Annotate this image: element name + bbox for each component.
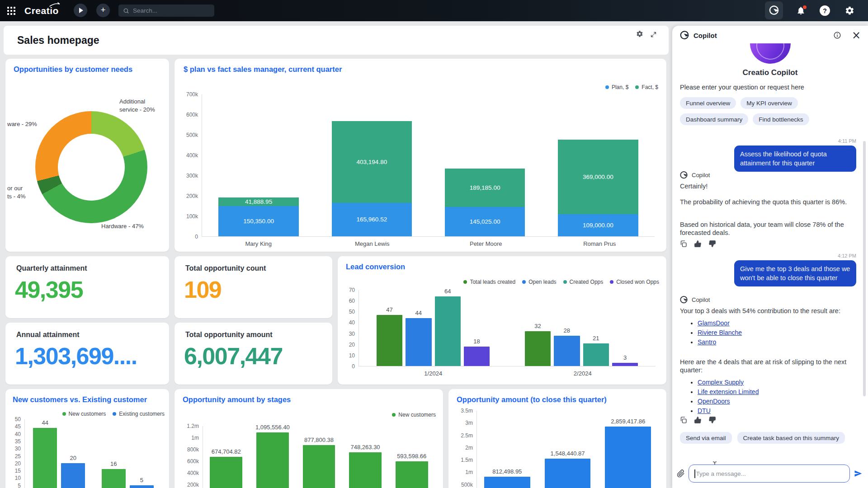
chart-title-opportunities-by-needs[interactable]: Opportunities by customer needs	[14, 65, 132, 74]
search-icon	[123, 8, 129, 14]
list-item: GlamsDoor	[698, 319, 859, 328]
deal-link-opendoors[interactable]: OpenDoors	[698, 398, 730, 405]
create-task-button[interactable]: Create task based on this summary	[737, 432, 845, 444]
deal-link-glamsdoor[interactable]: GlamsDoor	[698, 319, 730, 327]
copy-icon[interactable]	[679, 240, 687, 248]
opportunity-to-close-card: Opportunity amount (to close this quarte…	[448, 389, 666, 488]
copilot-panel-header: Copilot ×	[672, 26, 868, 45]
bot-paragraph: The probability of achieving the quota t…	[680, 198, 857, 206]
thumbs-up-icon[interactable]	[694, 416, 702, 424]
kpi-card-total-opportunity-count: Total opportunity count 109	[175, 256, 332, 318]
kpi-card-total-opportunity-amount: Total opportunity amount 6,007,447	[175, 323, 332, 385]
donut-chart[interactable]	[35, 111, 147, 223]
chart-title-opportunity-to-close[interactable]: Opportunity amount (to close this quarte…	[457, 395, 607, 404]
risk-deals-list: Complex Supply Life extension Limited Op…	[691, 378, 859, 416]
donut-label-additional-service: Additional service - 20%	[119, 98, 169, 113]
message-actions	[679, 416, 716, 424]
suggestion-chip-dashboard-summary[interactable]: Dashboard summary	[680, 113, 748, 125]
dashboard-settings-icon[interactable]	[636, 30, 643, 39]
new-vs-existing-card: New customers vs. Existing customer New …	[5, 389, 169, 488]
y-axis: 200k400k600k800k1m1.2m	[182, 426, 203, 488]
help-button[interactable]: ?	[820, 5, 830, 16]
app-grid-icon[interactable]	[7, 7, 15, 15]
plan-fact-chart[interactable]: 0100k200k300k400k500k600k700k 41,888.951…	[183, 94, 656, 250]
deal-link-dtu[interactable]: DTU	[698, 407, 711, 414]
copilot-intro-subtitle: Please enter your question or request he…	[680, 84, 804, 91]
dashboard-expand-icon[interactable]	[650, 31, 657, 40]
y-axis: 010203040506070	[345, 290, 359, 366]
text-caret	[694, 469, 695, 478]
info-icon[interactable]	[833, 31, 841, 39]
new-vs-existing-legend: New customersExisting customers	[62, 411, 165, 417]
opportunity-stages-chart[interactable]: 200k400k600k800k1m1.2m 674,704.821,095,5…	[182, 426, 436, 488]
bot-paragraph: Based on historical data, your team will…	[680, 221, 857, 237]
donut-chart-card: Opportunities by customer needs Addition…	[5, 59, 169, 252]
deal-link-santro[interactable]: Santro	[698, 338, 716, 346]
kpi-label: Quarterly attainment	[16, 264, 87, 272]
top-bar: Creatio + Search... ?	[0, 0, 868, 21]
top-deals-list: GlamsDoor Riviere Blanche Santro	[691, 319, 859, 347]
process-play-button[interactable]	[74, 4, 87, 17]
list-item: OpenDoors	[698, 397, 859, 406]
settings-button[interactable]	[845, 0, 854, 21]
copilot-panel: Copilot × Creatio Copilot Please enter y…	[672, 26, 868, 488]
bot-paragraph: Your top 3 deals with 54% contribution t…	[680, 307, 857, 315]
suggestion-chip-kpi-overview[interactable]: My KPI overview	[741, 97, 798, 109]
send-button[interactable]	[854, 469, 863, 478]
bot-label: Copilot	[692, 296, 710, 303]
copilot-intro-title: Creatio Copilot	[672, 68, 868, 77]
bot-paragraph: Here are the 4 deals that are at risk of…	[680, 358, 857, 374]
plot-area: 474464183228213	[359, 290, 656, 366]
send-via-email-button[interactable]: Send via email	[680, 432, 732, 444]
logo-swoosh-icon	[49, 2, 61, 8]
user-message-bubble: Assess the likelihood of quota attainmen…	[734, 145, 856, 172]
panel-scrollbar[interactable]	[863, 141, 866, 396]
list-item: Complex Supply	[698, 378, 859, 387]
page-title: Sales homepage	[17, 34, 99, 47]
bot-label: Copilot	[692, 172, 710, 178]
opportunity-to-close-chart[interactable]: 500k1m1.5m2m2.5m3m3.5m 812,498.951,548,4…	[456, 411, 659, 488]
deal-link-riviere-blanche[interactable]: Riviere Blanche	[698, 329, 742, 336]
donut-label-software: ware - 29%	[7, 120, 37, 128]
chart-title-opportunity-by-stages[interactable]: Opportunity amount by stages	[183, 395, 291, 404]
suggestion-chip-find-bottlenecks[interactable]: Find bottlenecks	[753, 113, 809, 125]
kpi-card-quarterly-attainment: Quarterly attainment 49,395	[5, 256, 169, 318]
deal-link-life-extension[interactable]: Life extension Limited	[698, 388, 759, 395]
copilot-toggle-button[interactable]	[765, 1, 783, 19]
plan-vs-fact-card: $ plan vs fact sales manager, current qu…	[175, 59, 666, 252]
kpi-value: 109	[184, 276, 221, 303]
deal-link-complex-supply[interactable]: Complex Supply	[698, 379, 744, 386]
thumbs-down-icon[interactable]	[708, 416, 716, 424]
list-item: Santro	[698, 338, 859, 347]
chart-title-plan-vs-fact[interactable]: $ plan vs fact sales manager, current qu…	[184, 65, 342, 74]
opportunity-by-stages-card: Opportunity amount by stages New custome…	[175, 389, 443, 488]
add-new-button[interactable]: +	[96, 4, 110, 17]
chart-title-new-vs-existing[interactable]: New customers vs. Existing customer	[13, 395, 147, 404]
message-input[interactable]: Type a message...	[689, 465, 850, 483]
y-axis: 5101520253035404550	[11, 419, 24, 488]
message-timestamp: 4:12 PM	[838, 253, 856, 258]
plan-fact-legend: Plan, $Fact, $	[605, 84, 658, 90]
new-vs-existing-chart[interactable]: 5101520253035404550 4420165	[11, 419, 163, 488]
global-search-input[interactable]: Search...	[118, 5, 214, 17]
kpi-value: 1,303,699....	[15, 343, 137, 370]
kpi-label: Total opportunity count	[185, 264, 266, 272]
gear-icon	[845, 6, 854, 15]
plot-area: 4420165	[24, 419, 162, 488]
search-placeholder: Search...	[133, 7, 157, 14]
user-message-bubble: Give me the top 3 deals and those we won…	[734, 260, 856, 286]
close-icon[interactable]: ×	[852, 30, 861, 41]
creatio-logo[interactable]: Creatio	[24, 5, 59, 16]
chart-title-lead-conversion[interactable]: Lead conversion	[346, 263, 405, 271]
suggestion-chip-funnel-overview[interactable]: Funnel overview	[680, 97, 736, 109]
copy-icon[interactable]	[679, 416, 687, 424]
y-axis: 0100k200k300k400k500k600k700k	[183, 94, 202, 237]
attachment-paperclip-icon[interactable]	[677, 469, 685, 478]
lead-conversion-chart[interactable]: 010203040506070 474464183228213 1/20242/…	[345, 290, 657, 379]
thumbs-up-icon[interactable]	[694, 240, 702, 248]
notifications-button[interactable]	[796, 0, 806, 21]
kpi-card-annual-attainment: Annual attainment 1,303,699....	[5, 323, 169, 385]
x-axis: Mary KingMegan LewisPeter MooreRoman Pru…	[202, 237, 656, 250]
thumbs-down-icon[interactable]	[708, 240, 716, 248]
copilot-icon	[679, 171, 688, 179]
